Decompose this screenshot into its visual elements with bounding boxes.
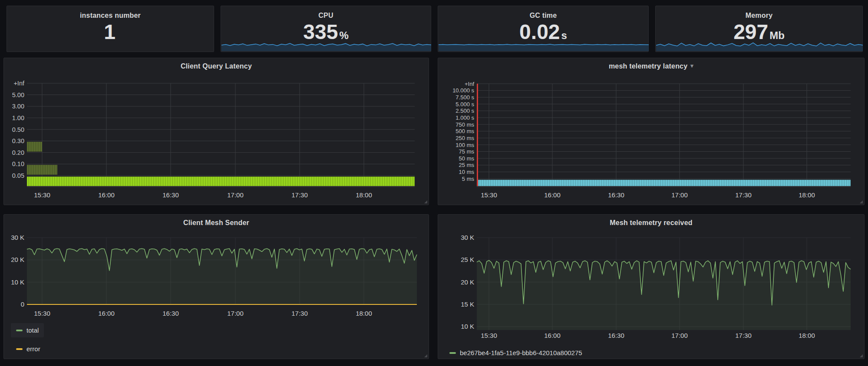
x-axis-label: 18:00 [799,332,815,339]
panel-mesh-telemetry-received: Mesh telemetry received 30 K25 K20 K15 K… [438,214,865,359]
client-query-latency-heatmap[interactable]: +Inf5.003.001.000.500.300.200.100.0515:3… [4,59,429,205]
stat-panel-instances: instances number 1 [7,6,214,52]
panel-title[interactable]: GC time [438,12,648,20]
y-axis-label: 15 K [461,301,474,308]
x-axis-label: 17:30 [735,191,752,199]
stat-panel-cpu: CPU 335% [221,6,431,52]
y-axis-label: 1.000 s [455,114,474,121]
y-axis-label: 10 K [461,323,474,330]
y-axis-label: 10.000 s [452,87,474,94]
x-axis-label: 15:30 [481,332,497,339]
x-axis-label: 15:30 [34,310,50,317]
x-axis-label: 17:30 [291,191,308,199]
panel-client-mesh-sender: Client Mesh Sender 30 K20 K10 K015:3016:… [3,214,429,359]
x-axis-label: 17:00 [227,191,244,199]
legend-item-instance[interactable]: be267be4-1fa5-11e9-bbb6-42010a800275 [444,346,587,360]
resize-handle[interactable] [424,200,427,203]
client-mesh-sender-chart[interactable]: 30 K20 K10 K015:3016:0016:3017:0017:3018… [4,215,429,359]
legend-label: total [26,327,39,334]
y-axis-label: 5.00 [12,92,24,98]
x-axis-label: 16:00 [98,191,115,199]
sparkline-line [656,43,863,46]
x-axis-label: 17:00 [671,332,688,339]
y-axis-label: 0.10 [12,160,24,167]
panel-title[interactable]: Memory [656,12,862,20]
stat-panel-gc-time: GC time 0.02s [438,6,649,52]
sparkline-area [656,43,863,51]
y-axis-label: 30 K [11,234,24,241]
heatmap-left-strip [477,84,478,186]
x-axis-label: 16:00 [98,310,115,317]
cpu-sparkline-chart [221,40,431,51]
heatmap-cell-texture [27,165,57,175]
legend-label: be267be4-1fa5-11e9-bbb6-42010a800275 [460,349,582,356]
panel-mesh-telemetry-latency: mesh telemetry latency▾ +Inf10.000 s7.50… [438,58,865,205]
mesh-telemetry-received-chart[interactable]: 30 K25 K20 K15 K10 K15:3016:0016:3017:00… [439,215,865,359]
resize-handle[interactable] [424,354,427,357]
x-axis-label: 18:00 [356,310,372,317]
y-axis-label: 20 K [11,256,24,263]
heatmap-cell-texture [27,142,42,152]
gc-time-sparkline-chart [439,40,649,51]
legend-label: error [26,345,40,353]
panel-client-query-latency: Client Query Latency +Inf5.003.001.000.5… [3,58,429,205]
y-axis-label: 10 K [11,278,24,286]
y-axis-label: 500 ms [455,128,474,134]
x-axis-label: 17:30 [291,310,308,317]
series-color-dash [449,352,456,354]
x-axis-label: 16:30 [608,332,624,339]
legend-item-total[interactable]: total [11,323,44,337]
y-axis-label: 7.500 s [455,94,474,101]
y-axis-label: 3.00 [12,103,24,110]
x-axis-label: 15:30 [34,191,50,199]
y-axis-label: 0.50 [12,126,24,133]
y-axis-label: 0.05 [12,172,24,179]
y-axis-label: 1.00 [12,114,24,121]
y-axis-label: 5 ms [462,176,475,182]
y-axis-label: +Inf [465,81,474,87]
y-axis-label: +Inf [13,80,25,87]
y-axis-label: 25 K [461,256,474,263]
y-axis-label: 2.500 s [455,108,474,114]
series-color-dash [16,330,23,331]
resize-handle[interactable] [860,200,863,203]
series-area-total [27,248,417,304]
y-axis-label: 5.000 s [455,101,474,108]
y-axis-label: 0.20 [12,149,24,156]
y-axis-label: 750 ms [455,121,474,128]
heatmap-cell-texture [477,180,851,186]
stat-value: 1 [7,22,214,46]
y-axis-label: 75 ms [459,148,475,155]
x-axis-label: 17:30 [735,332,752,339]
x-axis-label: 18:00 [799,191,815,199]
sparkline-line [439,44,649,45]
x-axis-label: 16:00 [544,191,561,199]
series-area-be267be4-1fa5-11e9-bbb6-42010a800275 [477,260,851,330]
y-axis-label: 10 ms [459,169,475,175]
mesh-telemetry-latency-heatmap[interactable]: +Inf10.000 s7.500 s5.000 s2.500 s1.000 s… [439,59,865,205]
y-axis-label: 50 ms [459,155,475,162]
x-axis-label: 16:30 [608,191,624,199]
y-axis-label: 20 K [461,278,474,286]
x-axis-label: 16:00 [544,332,561,339]
y-axis-label: 250 ms [455,135,474,141]
y-axis-label: 25 ms [459,162,475,168]
x-axis-label: 17:00 [671,191,688,199]
x-axis-label: 15:30 [481,191,497,199]
y-axis-label: 0 [21,301,24,308]
resize-handle[interactable] [860,354,863,357]
y-axis-label: 0.30 [12,137,24,144]
x-axis-label: 16:30 [162,191,179,199]
sparkline-area [439,44,649,51]
x-axis-label: 16:30 [162,310,179,317]
series-color-dash [16,348,23,350]
panel-title[interactable]: instances number [7,12,214,20]
legend-item-error[interactable]: error [11,342,46,356]
stat-panel-memory: Memory 297Mb [655,6,863,52]
y-axis-label: 100 ms [455,142,474,148]
heatmap-cell-texture [27,176,415,186]
memory-sparkline-chart [656,40,863,51]
panel-title[interactable]: CPU [221,12,431,20]
grafana-dashboard: instances number 1 CPU 335% GC time 0.02… [0,0,868,366]
x-axis-label: 17:00 [227,310,244,317]
